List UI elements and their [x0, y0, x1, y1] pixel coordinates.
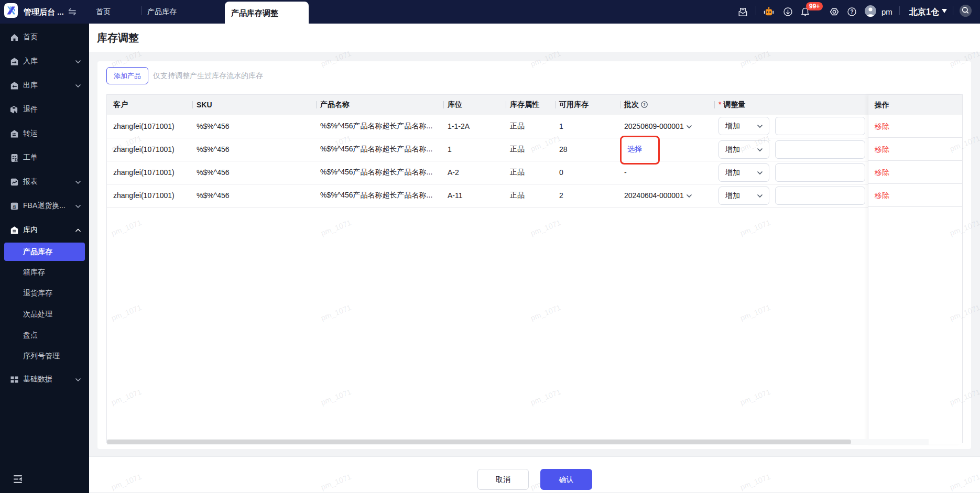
svg-text:a: a [13, 203, 16, 209]
svg-text:?: ? [643, 102, 646, 107]
svg-text:?: ? [850, 9, 853, 15]
